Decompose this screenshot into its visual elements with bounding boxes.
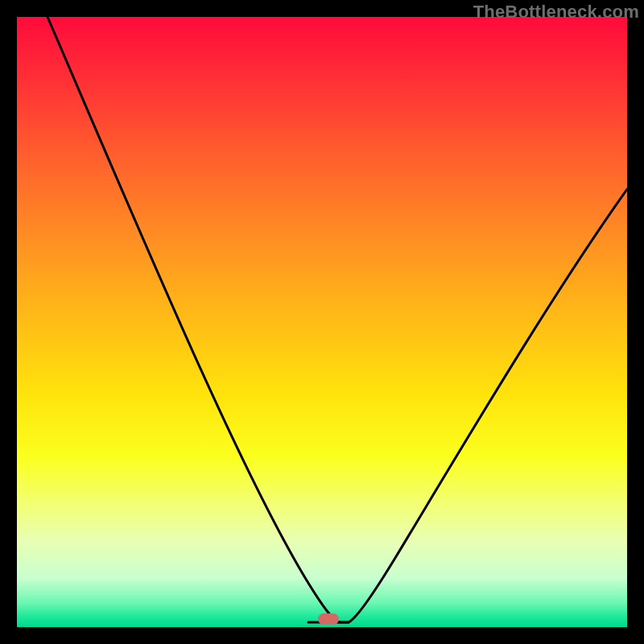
plot-gradient-background: [17, 17, 627, 627]
chart-frame: TheBottleneck.com: [0, 0, 644, 644]
watermark-text: TheBottleneck.com: [473, 2, 639, 23]
minimum-marker: [318, 613, 339, 625]
